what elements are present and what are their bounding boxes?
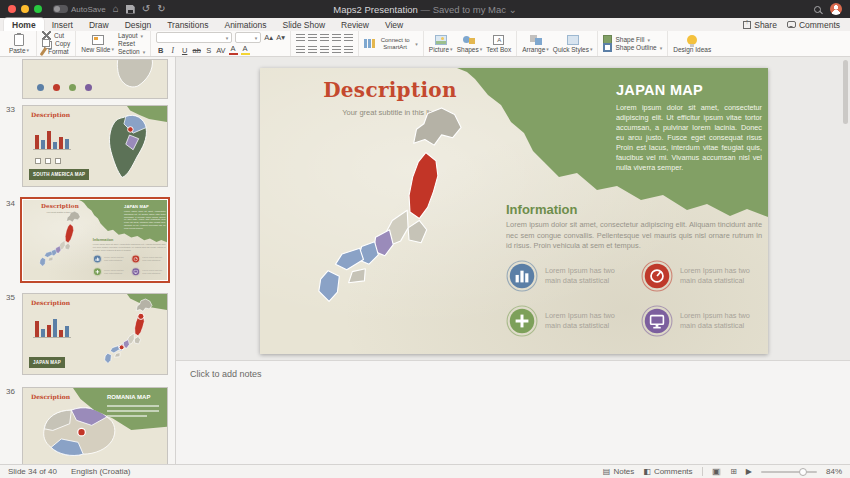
minimize-window-button[interactable] [21, 5, 29, 13]
strikethrough-button[interactable]: ab [192, 45, 201, 55]
close-window-button[interactable] [8, 5, 16, 13]
stat-item[interactable]: Lorem Ipsum has two main data statistica… [506, 260, 633, 292]
slide-thumbnail-34-selected[interactable]: Description Your great subtitle in this … [22, 199, 168, 281]
mini-stat-item: Lorem Ipsum has two main data statistica… [131, 255, 167, 264]
map-region-hokkaido[interactable] [414, 108, 461, 145]
information-title[interactable]: Information [506, 202, 578, 217]
notes-icon: ▤ [603, 468, 611, 476]
normal-view-button[interactable]: ▣ [712, 468, 722, 476]
slide-thumbnail-33[interactable]: Description SOUTH AMERICA MAP [22, 105, 168, 187]
stat-item[interactable]: Lorem Ipsum has two main data statistica… [641, 305, 768, 337]
slide-thumbnail-panel[interactable]: 33 Description SOUTH AMERICA MAP 34 [0, 57, 176, 464]
shape-outline-button[interactable]: Shape Outline▾ [603, 44, 662, 51]
increase-font-size-button[interactable]: A▴ [264, 33, 273, 43]
tab-slide-show[interactable]: Slide Show [275, 18, 334, 31]
text-box-button[interactable]: Text Box [486, 35, 511, 53]
bullets-button[interactable] [296, 33, 305, 43]
tab-draw[interactable]: Draw [81, 18, 117, 31]
zoom-slider[interactable] [761, 471, 817, 473]
map-region-tohoku-highlighted[interactable] [409, 153, 438, 219]
font-size-select[interactable]: ▾ [235, 32, 261, 43]
zoom-slider-knob[interactable] [799, 468, 807, 476]
slide-thumbnail-35[interactable]: Description [22, 293, 168, 375]
notes-toggle[interactable]: ▤Notes [603, 467, 634, 476]
japan-map[interactable] [290, 106, 476, 320]
map-region-chugoku[interactable] [336, 248, 364, 269]
tab-review[interactable]: Review [333, 18, 377, 31]
section-button[interactable]: Section▾ [118, 48, 145, 55]
information-body[interactable]: Lorem ipsum dolor sit amet, consectetur … [506, 220, 762, 252]
connect-smartart-button[interactable]: Connect to SmartArt ▾ [364, 37, 418, 51]
map-region-shikoku[interactable] [349, 269, 366, 283]
redo-icon[interactable]: ↻ [157, 4, 165, 14]
stat-item[interactable]: Lorem Ipsum has two main data statistica… [506, 305, 633, 337]
shape-fill-button[interactable]: Shape Fill▾ [603, 36, 662, 43]
mini-slide-title: Description [31, 111, 70, 118]
dropdown-caret: ▾ [590, 46, 593, 52]
decrease-font-size-button[interactable]: A▾ [276, 33, 285, 43]
comments-button[interactable]: Comments [787, 20, 840, 30]
dropdown-caret: ▾ [226, 35, 229, 41]
save-status: — Saved to my Mac [421, 4, 507, 15]
slideshow-button[interactable]: ▶ [746, 468, 752, 476]
undo-icon[interactable]: ↺ [142, 4, 150, 14]
tab-design[interactable]: Design [117, 18, 159, 31]
shapes-button[interactable]: Shapes▾ [457, 35, 483, 53]
share-button[interactable]: Share [743, 20, 777, 30]
numbering-button[interactable] [308, 33, 317, 43]
current-slide[interactable]: Description Your great subtitle in this … [260, 68, 768, 354]
paste-button[interactable]: Paste▾ [7, 34, 31, 54]
columns-button[interactable] [344, 45, 353, 55]
design-ideas-button[interactable]: Design Ideas [673, 35, 711, 53]
search-icon[interactable] [814, 6, 821, 13]
align-left-button[interactable] [296, 45, 305, 55]
tab-home[interactable]: Home [4, 18, 44, 31]
slide-thumbnail-36[interactable]: Description ROMANIA MAP [22, 387, 168, 464]
slide-title[interactable]: Description [300, 78, 480, 102]
reset-button[interactable]: Reset [118, 40, 145, 47]
autosave-toggle[interactable]: AutoSave [53, 5, 106, 14]
account-avatar[interactable] [830, 3, 842, 15]
canvas-scrollbar[interactable] [843, 60, 848, 124]
text-shadow-button[interactable]: S [204, 45, 213, 55]
maximize-window-button[interactable] [34, 5, 42, 13]
comments-toggle[interactable]: ◧Comments [643, 467, 692, 476]
quick-styles-button[interactable]: Quick Styles▾ [553, 35, 593, 53]
decrease-indent-button[interactable] [320, 33, 329, 43]
slide-thumbnail-partial[interactable] [22, 59, 168, 99]
arrange-button[interactable]: Arrange▾ [522, 35, 549, 53]
stat-item[interactable]: Lorem Ipsum has two main data statistica… [641, 260, 768, 292]
bold-button[interactable]: B [156, 45, 165, 55]
line-spacing-button[interactable] [344, 33, 353, 43]
home-icon[interactable]: ⌂ [113, 4, 119, 14]
align-right-button[interactable] [320, 45, 329, 55]
notes-pane[interactable]: Click to add notes [176, 360, 850, 464]
layout-button[interactable]: Layout▾ [118, 32, 145, 39]
tab-view[interactable]: View [377, 18, 411, 31]
editing-canvas[interactable]: Description Your great subtitle in this … [176, 57, 850, 464]
zoom-level[interactable]: 84% [826, 467, 842, 476]
justify-button[interactable] [332, 45, 341, 55]
save-icon[interactable] [126, 5, 135, 14]
character-spacing-button[interactable]: AV [216, 45, 225, 55]
slide-sorter-view-button[interactable]: ⊞ [730, 468, 737, 476]
increase-indent-button[interactable] [332, 33, 341, 43]
highlight-color-button[interactable]: A [241, 45, 250, 55]
picture-button[interactable]: Picture▾ [429, 35, 453, 53]
italic-button[interactable]: I [168, 45, 177, 55]
map-region-kanto[interactable] [408, 220, 427, 242]
tab-insert[interactable]: Insert [44, 18, 81, 31]
tab-animations[interactable]: Animations [216, 18, 274, 31]
map-region-kyushu[interactable] [319, 271, 339, 302]
language-indicator[interactable]: English (Croatia) [71, 467, 131, 476]
font-name-select[interactable]: ▾ [156, 32, 232, 43]
dropdown-caret: ▾ [660, 45, 663, 51]
copy-button[interactable]: Copy [42, 40, 70, 47]
tab-transitions[interactable]: Transitions [159, 18, 216, 31]
underline-button[interactable]: U [180, 45, 189, 55]
align-center-button[interactable] [308, 45, 317, 55]
new-slide-button[interactable]: New Slide▾ [81, 35, 114, 53]
japan-panel[interactable]: JAPAN MAP Lorem ipsum dolor sit amet, co… [616, 82, 762, 173]
format-painter-button[interactable]: Format [42, 48, 70, 55]
font-color-button[interactable]: A [229, 45, 238, 55]
